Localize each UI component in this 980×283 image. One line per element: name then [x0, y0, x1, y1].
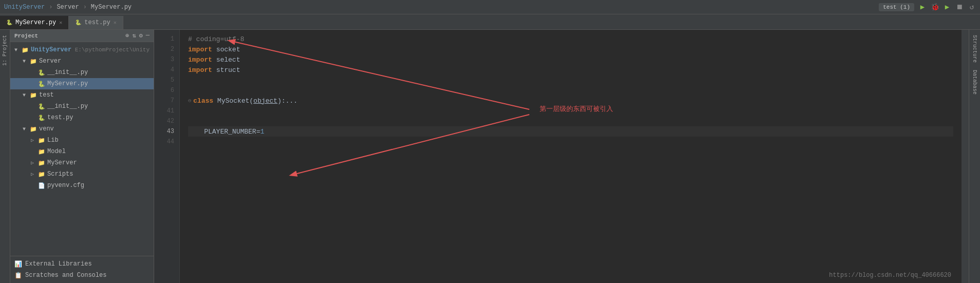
tab-myserver[interactable]: 🐍 MyServer.py ✕	[0, 16, 69, 29]
editor-content: 1 2 3 4 5 6 7 41 42 43 44 # coding=utf-8	[154, 30, 969, 283]
stop-icon[interactable]: ⏹	[955, 3, 964, 11]
tree-label-init-test: __init__.py	[47, 103, 150, 110]
folder-icon-venv: 📁	[30, 126, 37, 133]
breadcrumb-unity[interactable]: UnityServer	[4, 4, 45, 11]
fold-icon-7[interactable]: ⊖	[188, 98, 191, 104]
tab-myserver-close[interactable]: ✕	[59, 20, 62, 26]
code-line-4: import struct	[188, 65, 953, 75]
tree-init-test[interactable]: ▷ 🐍 __init__.py	[10, 101, 154, 112]
tab-test-icon: 🐍	[75, 20, 81, 26]
run-config-label[interactable]: test (1)	[879, 3, 914, 11]
code-area[interactable]: # coding=utf-8 import socket import sele…	[180, 30, 961, 283]
sidebar-header: Project ⊕ ⇅ ⚙ —	[10, 30, 154, 42]
tree-test-folder[interactable]: ▼ 📁 test	[10, 89, 154, 101]
folder-icon-test: 📁	[30, 92, 37, 99]
debug-icon[interactable]: 🐞	[931, 3, 939, 11]
sidebar-collapse-icon[interactable]: ⇅	[132, 32, 136, 40]
structure-tab[interactable]: Structure	[970, 32, 979, 66]
tree-init-server[interactable]: ▷ 🐍 __init__.py	[10, 67, 154, 78]
tree-arrow-lib: ▷	[31, 137, 38, 143]
py-icon-init-server: 🐍	[38, 69, 45, 76]
cls-close: ):...	[278, 97, 298, 105]
tree-label-lib: Lib	[47, 137, 150, 144]
tree-arrow-server: ▼	[23, 59, 30, 64]
tree-test-py[interactable]: ▷ 🐍 test.py	[10, 112, 154, 123]
code-comment-1: # coding=utf-8	[188, 35, 244, 43]
ln-5: 5	[154, 75, 179, 85]
sidebar: Project ⊕ ⇅ ⚙ — ▼ 📁 UnityServer E:\pytho…	[10, 30, 154, 283]
left-edge: 1: Project	[0, 30, 10, 283]
tab-test[interactable]: 🐍 test.py ✕	[69, 16, 123, 29]
mod-socket: socket	[216, 46, 241, 53]
code-line-2: import socket	[188, 44, 953, 54]
tree-label-test-py: test.py	[47, 114, 150, 121]
mod-struct: struct	[216, 66, 241, 74]
tree-myserver-py[interactable]: ▷ 🐍 MyServer.py	[10, 78, 154, 89]
tree-scripts-folder[interactable]: ▷ 📁 Scripts	[10, 168, 154, 180]
external-libraries-label: External Libraries	[25, 260, 92, 268]
tree-label-root: UnityServer	[31, 46, 75, 53]
tree-label-myserver-folder: MyServer	[47, 159, 150, 166]
var-player-number: PLAYER_NUMBER	[204, 128, 256, 136]
py-icon-test: 🐍	[38, 115, 45, 121]
folder-icon-model: 📁	[38, 148, 45, 155]
tree-model-folder[interactable]: ▷ 📁 Model	[10, 146, 154, 157]
run-coverage-icon[interactable]: ▶	[943, 3, 951, 11]
project-tab[interactable]: 1: Project	[1, 32, 9, 69]
code-line-44	[188, 137, 953, 147]
scratches-label: Scratches and Consoles	[25, 272, 106, 279]
folder-icon-server: 📁	[30, 58, 37, 65]
kw-class: class	[193, 97, 213, 105]
breadcrumb-server[interactable]: Server	[57, 4, 79, 11]
vertical-tabs: Structure Database	[969, 30, 980, 283]
folder-icon-root: 📁	[22, 47, 29, 53]
tree-arrow-venv: ▼	[23, 126, 30, 132]
tree-root[interactable]: ▼ 📁 UnityServer E:\pythomProject\Unity	[10, 44, 154, 55]
sidebar-minimize-icon[interactable]: —	[146, 32, 150, 40]
sidebar-settings-icon[interactable]: ⚙	[139, 32, 143, 40]
kw-import-3: import	[188, 56, 212, 64]
editor-area: 1 2 3 4 5 6 7 41 42 43 44 # coding=utf-8	[154, 30, 969, 283]
scratches-icon: 📋	[14, 272, 22, 279]
sidebar-add-icon[interactable]: ⊕	[125, 32, 129, 40]
tree-path-root: E:\pythomProject\Unity	[75, 47, 150, 53]
tab-myserver-icon: 🐍	[6, 20, 12, 26]
code-line-5	[188, 75, 953, 85]
tree-label-test: test	[39, 91, 150, 99]
tree-label-init-server: __init__.py	[47, 69, 150, 76]
tree-pyvenv[interactable]: ▷ 📄 pyvenv.cfg	[10, 180, 154, 191]
folder-icon-scripts: 📁	[38, 171, 45, 178]
mod-select: select	[216, 56, 241, 64]
folder-icon-lib: 📁	[38, 137, 45, 144]
folder-icon-myserver: 📁	[38, 160, 45, 166]
ln-2: 2	[154, 44, 179, 54]
tree-venv-folder[interactable]: ▼ 📁 venv	[10, 123, 154, 135]
database-tab[interactable]: Database	[970, 67, 979, 98]
ln-6: 6	[154, 85, 179, 96]
tree-lib-folder[interactable]: ▷ 📁 Lib	[10, 135, 154, 146]
scratches-consoles-item[interactable]: 📋 Scratches and Consoles	[10, 270, 154, 281]
right-gutter	[961, 30, 969, 283]
tree-arrow-scripts: ▷	[31, 171, 38, 177]
tree-server-folder[interactable]: ▼ 📁 Server	[10, 55, 154, 67]
kw-import-2: import	[188, 46, 212, 53]
sidebar-footer: 📊 External Libraries 📋 Scratches and Con…	[10, 256, 154, 283]
external-libraries-item[interactable]: 📊 External Libraries	[10, 258, 154, 270]
code-line-6	[188, 85, 953, 96]
tree-myserver-folder[interactable]: ▷ 📁 MyServer	[10, 157, 154, 168]
tree-label-pyvenv: pyvenv.cfg	[47, 182, 150, 189]
toolbar-right: test (1) ▶ 🐞 ▶ ⏹ ↺	[879, 3, 976, 11]
breadcrumb-file[interactable]: MyServer.py	[91, 4, 132, 11]
cfg-icon-pyvenv: 📄	[38, 182, 45, 189]
ln-1: 1	[154, 34, 179, 44]
tab-test-close[interactable]: ✕	[114, 20, 117, 26]
tree-label-scripts: Scripts	[47, 171, 150, 178]
code-line-43: PLAYER_NUMBER = 1	[188, 126, 953, 137]
run-icon[interactable]: ▶	[918, 3, 927, 11]
py-icon-init-test: 🐍	[38, 103, 45, 110]
main-area: 1: Project Project ⊕ ⇅ ⚙ — ▼ 📁 UnityServ…	[0, 30, 980, 283]
sidebar-tree: ▼ 📁 UnityServer E:\pythomProject\Unity ▼…	[10, 42, 154, 256]
refresh-icon[interactable]: ↺	[968, 3, 976, 11]
code-line-41	[188, 106, 953, 116]
ln-43: 43	[154, 126, 179, 137]
